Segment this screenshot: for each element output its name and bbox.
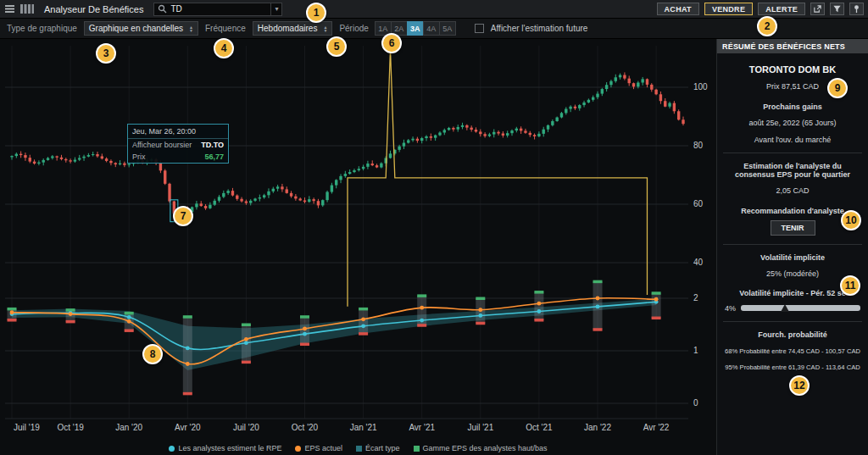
divider: [723, 244, 862, 245]
tooltip-date: Jeu, Mar 26, 20:00: [128, 125, 228, 139]
chart-type-label: Type de graphique: [7, 24, 77, 33]
callout-8: 8: [142, 344, 163, 364]
sell-button[interactable]: VENDRE: [704, 3, 753, 15]
consensus-eps-label: Estimation de l'analyste du consensus EP…: [723, 162, 862, 179]
panel-header: RÉSUMÉ DES BÉNÉFICES NETS: [717, 39, 868, 53]
tooltip-price-label: Prix: [132, 153, 146, 161]
search-icon: [158, 4, 167, 14]
callout-11: 11: [840, 275, 860, 296]
tooltip-price-value: 56,77: [204, 153, 224, 161]
svg-text:40: 40: [693, 258, 704, 267]
future-estimate-label: Afficher l'estimation future: [491, 24, 588, 33]
svg-text:Jan '20: Jan '20: [115, 423, 142, 432]
callout-10: 10: [841, 210, 861, 230]
chart-legend: Les analystes estiment le RPEEPS actuelÉ…: [0, 444, 716, 452]
future-estimate-checkbox[interactable]: [475, 24, 484, 33]
callout-12: 12: [789, 375, 810, 396]
hamburger-menu-icon[interactable]: [4, 4, 15, 14]
period-label: Période: [339, 24, 368, 33]
svg-text:Avr '22: Avr '22: [643, 423, 670, 432]
legend-swatch: [414, 446, 420, 452]
grid: [5, 46, 688, 419]
topbar: Analyseur De Bénéfices ▾ ACHAT VENDRE AL…: [0, 0, 868, 19]
implied-volatility-value: 25% (modérée): [723, 269, 862, 279]
implied-volatility-label: Volatilité implicite: [723, 253, 862, 262]
svg-text:2: 2: [693, 293, 698, 302]
filter-icon[interactable]: [830, 3, 844, 15]
svg-text:Oct '19: Oct '19: [57, 423, 84, 432]
alert-button[interactable]: ALERTE: [758, 3, 805, 15]
svg-text:100: 100: [693, 82, 708, 92]
callout-2: 2: [757, 16, 777, 36]
frequency-value: Hebdomadaires: [258, 24, 318, 33]
svg-text:0: 0: [693, 398, 698, 408]
eps-layer: [8, 280, 661, 396]
svg-text:Oct '20: Oct '20: [292, 423, 319, 432]
company-name: TORONTO DOM BK: [723, 64, 862, 75]
callout-1: 1: [306, 3, 326, 23]
app-title: Analyseur De Bénéfices: [44, 4, 143, 14]
next-earnings-date: août 25e, 2022 (65 Jours): [723, 119, 862, 128]
svg-text:60: 60: [693, 199, 704, 208]
chart-tooltip: Jeu, Mar 26, 20:00 Afficheur boursierTD.…: [127, 124, 229, 164]
svg-text:Oct '21: Oct '21: [526, 423, 553, 432]
recommendation-badge[interactable]: TENIR: [771, 220, 815, 236]
probability-68: 68% Probabilité entre 74,45 CAD - 100,57…: [723, 347, 862, 355]
chart-type-value: Graphique en chandelles: [89, 24, 183, 33]
legend-swatch: [295, 446, 301, 452]
future-estimate-line: [348, 49, 647, 307]
period-5a-button[interactable]: 5A: [439, 21, 456, 36]
caret-down-icon[interactable]: ▾: [270, 3, 278, 15]
callout-6: 6: [381, 33, 402, 53]
next-earnings-when: Avant l'ouv. du marché: [723, 136, 862, 145]
external-link-icon[interactable]: [810, 3, 825, 15]
slider-marker[interactable]: [781, 304, 789, 312]
period-4a-button[interactable]: 4A: [423, 21, 440, 36]
iv-52wk-slider[interactable]: [741, 305, 860, 311]
callout-7: 7: [173, 206, 193, 226]
callout-9: 9: [827, 78, 848, 98]
legend-swatch: [169, 446, 175, 452]
axis-labels: Juil '19Oct '19Jan '20Avr '20Juil '20Oct…: [14, 82, 708, 432]
svg-text:Avr '21: Avr '21: [409, 423, 435, 432]
chart-toolbar: Type de graphique Graphique en chandelle…: [0, 19, 868, 39]
tooltip-symbol-label: Afficheur boursier: [132, 141, 192, 149]
updown-arrows-icon: ▲▼: [189, 25, 193, 32]
svg-text:80: 80: [693, 141, 704, 150]
legend-item[interactable]: EPS actuel: [295, 444, 342, 452]
svg-text:1: 1: [693, 346, 698, 355]
tooltip-symbol-value: TD.TO: [201, 141, 224, 149]
legend-item[interactable]: Les analystes estiment le RPE: [169, 444, 281, 452]
main-chart[interactable]: Juil '19Oct '19Jan '20Avr '20Juil '20Oct…: [0, 39, 716, 437]
consensus-eps-value: 2,05 CAD: [723, 186, 862, 196]
legend-swatch: [356, 446, 362, 452]
svg-text:Juil '19: Juil '19: [14, 423, 40, 432]
probability-range-label: Fourch. probabilité: [723, 330, 862, 339]
legend-item[interactable]: Écart type: [356, 444, 400, 452]
pin-icon[interactable]: [849, 3, 864, 15]
buy-button[interactable]: ACHAT: [657, 3, 699, 15]
updown-arrows-icon: ▲▼: [323, 25, 327, 32]
iv-52wk-percent: 4%: [725, 304, 736, 313]
svg-text:Jan '21: Jan '21: [350, 423, 377, 432]
callout-4: 4: [214, 38, 234, 58]
search-input[interactable]: [170, 4, 267, 14]
next-earnings-label: Prochains gains: [723, 103, 862, 111]
callout-5: 5: [326, 36, 347, 57]
callout-3: 3: [96, 43, 116, 64]
svg-text:Juil '21: Juil '21: [467, 423, 493, 432]
period-3a-button[interactable]: 3A: [407, 21, 424, 36]
chart-type-dropdown[interactable]: Graphique en chandelles ▲▼: [84, 21, 198, 36]
frequency-dropdown[interactable]: Hebdomadaires ▲▼: [253, 21, 333, 36]
svg-text:Jan '22: Jan '22: [584, 423, 611, 432]
svg-text:Avr '20: Avr '20: [175, 423, 201, 432]
layout-panels-icon[interactable]: [20, 4, 34, 14]
divider: [723, 153, 862, 153]
recommendation-label: Recommandation d'analyste: [723, 207, 862, 215]
symbol-search[interactable]: ▾: [153, 3, 282, 16]
svg-text:Juil '20: Juil '20: [233, 423, 259, 432]
app-root: Analyseur De Bénéfices ▾ ACHAT VENDRE AL…: [0, 0, 868, 455]
legend-item[interactable]: Gamme EPS des analystes haut/bas: [414, 444, 548, 452]
probability-95: 95% Probabilité entre 61,39 CAD - 113,64…: [723, 363, 862, 371]
frequency-label: Fréquence: [205, 24, 246, 33]
